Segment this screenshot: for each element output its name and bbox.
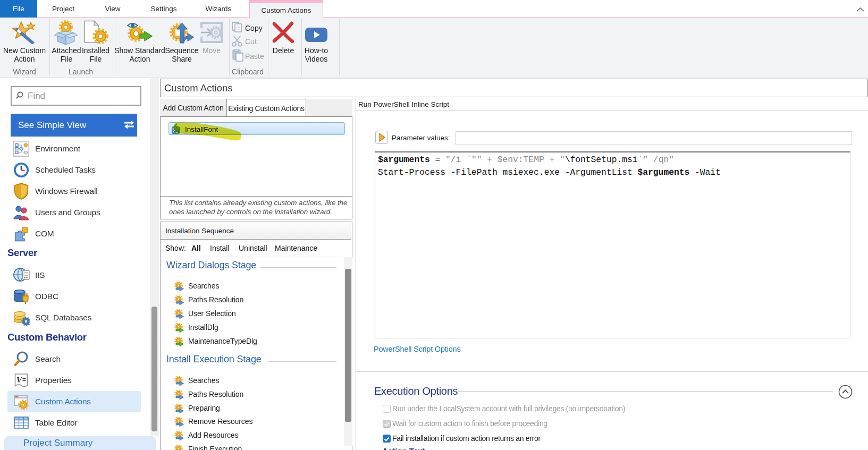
svg-text:=: =	[22, 376, 26, 384]
